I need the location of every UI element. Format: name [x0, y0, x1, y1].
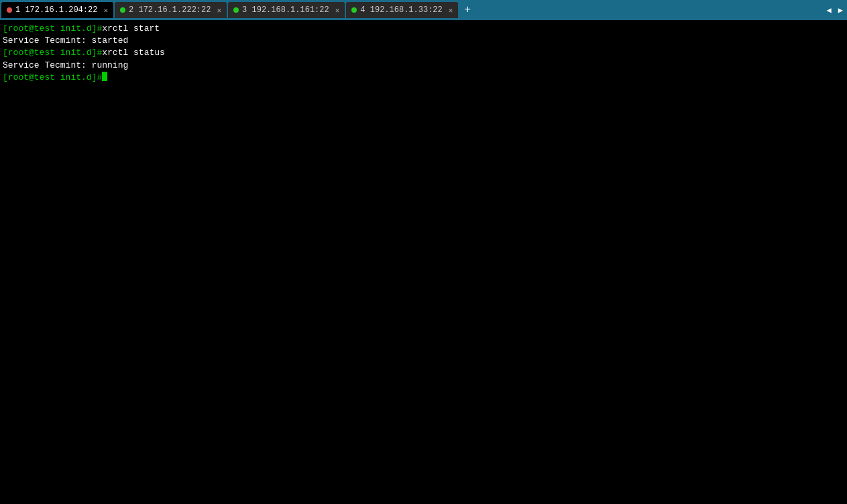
tab-close-3[interactable]: ✕: [335, 6, 340, 15]
tab-dot-3: [233, 7, 239, 13]
prompt-2: [root@test init.d]#: [3, 47, 102, 59]
terminal-line-2: [root@test init.d]# xrctl status: [3, 47, 844, 59]
command-2: xrctl status: [102, 47, 165, 59]
tab-label-1: 1 172.16.1.204:22: [15, 5, 97, 15]
tab-prev-button[interactable]: ◀: [824, 4, 834, 17]
tab-nav: ◀▶: [824, 4, 846, 17]
tab-bar: 1 172.16.1.204:22✕2 172.16.1.222:22✕3 19…: [0, 0, 847, 20]
tab-3[interactable]: 3 192.168.1.161:22✕: [228, 2, 345, 18]
terminal-line-1: Service Tecmint: started: [3, 35, 844, 47]
prompt-4: [root@test init.d]#: [3, 72, 102, 84]
tab-next-button[interactable]: ▶: [836, 4, 846, 17]
tab-dot-2: [120, 7, 125, 13]
terminal[interactable]: [root@test init.d]# xrctl startService T…: [0, 20, 847, 504]
tab-close-4[interactable]: ✕: [449, 6, 453, 15]
terminal-line-4: [root@test init.d]#: [3, 72, 844, 84]
tab-4[interactable]: 4 192.168.1.33:22✕: [346, 2, 458, 18]
tab-1[interactable]: 1 172.16.1.204:22✕: [1, 2, 113, 18]
tab-label-2: 2 172.16.1.222:22: [129, 5, 211, 15]
terminal-cursor: [102, 72, 107, 81]
tab-label-4: 4 192.168.1.33:22: [360, 5, 442, 15]
app-container: 1 172.16.1.204:22✕2 172.16.1.222:22✕3 19…: [0, 0, 847, 504]
output-1: Service Tecmint: started: [3, 35, 128, 47]
tab-dot-1: [7, 7, 12, 13]
tab-close-2[interactable]: ✕: [217, 6, 221, 15]
terminal-line-3: Service Tecmint: running: [3, 60, 844, 72]
add-tab-button[interactable]: +: [459, 2, 475, 18]
prompt-0: [root@test init.d]#: [3, 23, 102, 35]
output-3: Service Tecmint: running: [3, 60, 128, 72]
tab-close-1[interactable]: ✕: [103, 6, 108, 15]
tab-label-3: 3 192.168.1.161:22: [242, 5, 329, 15]
tab-2[interactable]: 2 172.16.1.222:22✕: [115, 2, 227, 18]
tab-dot-4: [351, 7, 357, 13]
command-0: xrctl start: [102, 23, 160, 35]
terminal-line-0: [root@test init.d]# xrctl start: [3, 23, 844, 35]
